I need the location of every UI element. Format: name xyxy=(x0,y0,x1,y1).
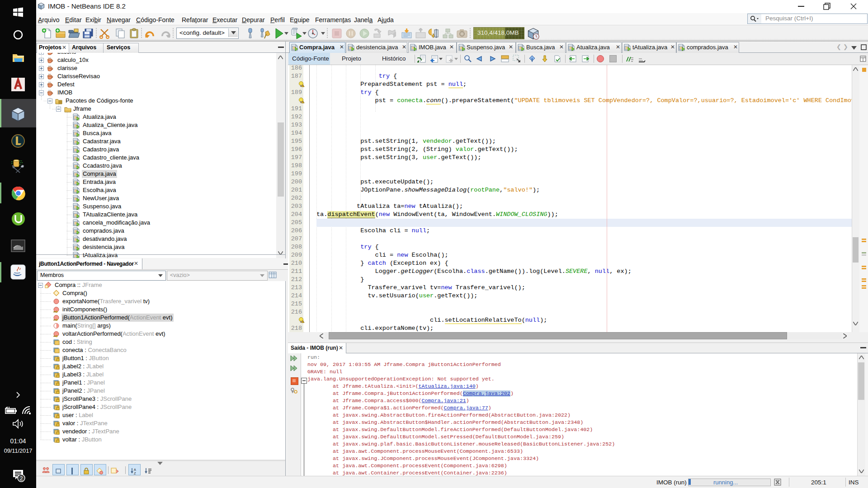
svg-text:2: 2 xyxy=(20,475,23,482)
svg-text:Z: Z xyxy=(134,471,136,475)
